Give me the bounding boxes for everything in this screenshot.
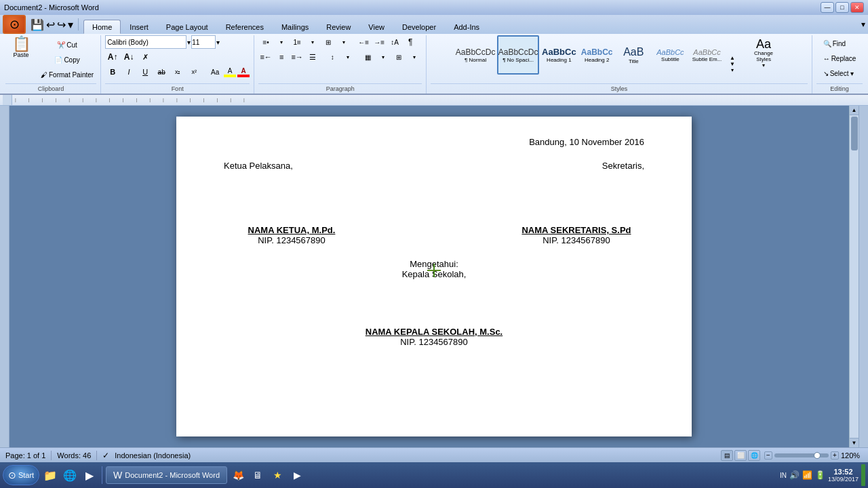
save-qat-button[interactable]: 💾 bbox=[31, 18, 44, 31]
tab-developer[interactable]: Developer bbox=[393, 20, 445, 34]
zoom-slider-thumb[interactable] bbox=[814, 452, 821, 459]
show-desktop-button[interactable] bbox=[861, 464, 865, 486]
show-formatting-button[interactable]: ¶ bbox=[403, 35, 418, 49]
office-orb[interactable]: ⊙ bbox=[3, 15, 26, 34]
minimize-button[interactable]: — bbox=[821, 2, 834, 13]
status-sep1 bbox=[51, 451, 52, 460]
left-title: Ketua Pelaksana, bbox=[224, 161, 293, 171]
style-subtle-em[interactable]: AaBbCc Subtle Em... bbox=[689, 35, 725, 75]
multilevel-list-button[interactable]: ⊞ bbox=[321, 35, 336, 49]
font-size-dropdown[interactable]: ▾ bbox=[216, 39, 220, 46]
taskbar-icon1[interactable]: 🦊 bbox=[229, 466, 247, 484]
tab-addins[interactable]: Add-Ins bbox=[445, 20, 488, 34]
style-heading2[interactable]: AaBbCc Heading 2 bbox=[579, 35, 615, 75]
borders-button[interactable]: ⊞ bbox=[391, 50, 406, 64]
tab-mailings[interactable]: Mailings bbox=[273, 20, 317, 34]
borders-dropdown[interactable]: ▾ bbox=[407, 50, 422, 64]
taskbar-icon2[interactable]: 🖥 bbox=[249, 466, 267, 484]
tab-insert[interactable]: Insert bbox=[121, 20, 157, 34]
replace-button[interactable]: ↔ Replace bbox=[821, 52, 859, 65]
cut-button[interactable]: ✂️ Cut bbox=[38, 38, 96, 52]
italic-button[interactable]: I bbox=[121, 65, 136, 79]
line-spacing-button[interactable]: ↕ bbox=[325, 50, 340, 64]
ribbon-toggle-button[interactable]: ▾ bbox=[861, 20, 865, 29]
tab-view[interactable]: View bbox=[359, 20, 393, 34]
tab-references[interactable]: References bbox=[217, 20, 273, 34]
underline-button[interactable]: U bbox=[138, 65, 153, 79]
change-styles-button[interactable]: Aa Change Styles ▾ bbox=[743, 35, 784, 70]
change-styles-dropdown[interactable]: ▾ bbox=[762, 62, 765, 68]
taskbar-folder-icon[interactable]: 📁 bbox=[41, 466, 59, 484]
align-right-button[interactable]: ≡→ bbox=[290, 50, 304, 64]
style-heading1[interactable]: AaBbCc Heading 1 bbox=[540, 35, 578, 75]
shading-button[interactable]: ▦ bbox=[360, 50, 375, 64]
change-case-button[interactable]: Aa bbox=[208, 65, 222, 79]
undo-qat-button[interactable]: ↩ bbox=[46, 18, 55, 31]
tab-review[interactable]: Review bbox=[317, 20, 359, 34]
font-size-input[interactable] bbox=[191, 35, 216, 49]
shrink-font-button[interactable]: A↓ bbox=[121, 50, 136, 64]
multilevel-dropdown[interactable]: ▾ bbox=[336, 35, 351, 49]
zoom-in-button[interactable]: + bbox=[831, 451, 839, 460]
style-title[interactable]: AaB Title bbox=[616, 35, 652, 75]
zoom-out-button[interactable]: − bbox=[764, 451, 772, 460]
word-taskbar-button[interactable]: W Document2 - Microsoft Word bbox=[106, 466, 227, 484]
scroll-down-button[interactable]: ▼ bbox=[850, 438, 859, 447]
copy-button[interactable]: 📄 Copy bbox=[38, 53, 96, 66]
web-layout-button[interactable]: 🌐 bbox=[748, 450, 760, 461]
taskbar-icon3[interactable]: ★ bbox=[269, 466, 286, 484]
full-screen-button[interactable]: ⬜ bbox=[734, 450, 747, 461]
taskbar-icon4[interactable]: ▶ bbox=[288, 466, 306, 484]
keyboard-lang: IN bbox=[780, 472, 787, 479]
close-button[interactable]: ✕ bbox=[850, 2, 864, 13]
start-button[interactable]: ⊙ Start bbox=[3, 465, 39, 485]
tab-home[interactable]: Home bbox=[83, 20, 121, 34]
align-left-button[interactable]: ≡← bbox=[258, 50, 273, 64]
increase-indent-button[interactable]: →≡ bbox=[372, 35, 387, 49]
style-subtitle[interactable]: AaBbCc Subtitle bbox=[652, 35, 688, 75]
style-no-spacing[interactable]: AaBbCcDc ¶ No Spaci... bbox=[497, 35, 539, 75]
justify-button[interactable]: ☰ bbox=[305, 50, 320, 64]
select-button[interactable]: ↘ Select ▾ bbox=[821, 66, 857, 80]
paste-button[interactable]: 📋 Paste bbox=[5, 35, 37, 60]
taskbar-player-icon[interactable]: ▶ bbox=[81, 466, 98, 484]
tab-page-layout[interactable]: Page Layout bbox=[157, 20, 217, 34]
font-color-button[interactable]: A bbox=[237, 67, 250, 77]
strikethrough-button[interactable]: ab bbox=[154, 65, 169, 79]
format-painter-button[interactable]: 🖌 Format Painter bbox=[38, 68, 96, 81]
decrease-indent-button[interactable]: ←≡ bbox=[356, 35, 371, 49]
maximize-button[interactable]: □ bbox=[835, 2, 849, 13]
numbering-dropdown[interactable]: ▾ bbox=[305, 35, 320, 49]
superscript-button[interactable]: x² bbox=[186, 65, 201, 79]
numbering-button[interactable]: 1≡ bbox=[290, 35, 304, 49]
styles-scroll-up[interactable]: ▲ bbox=[730, 55, 735, 61]
bold-button[interactable]: B bbox=[105, 65, 120, 79]
subscript-button[interactable]: x₂ bbox=[170, 65, 185, 79]
font-name-dropdown[interactable]: ▾ bbox=[187, 39, 191, 46]
style-normal[interactable]: AaBbCcDc ¶ Normal bbox=[454, 35, 496, 75]
font-name-input[interactable] bbox=[105, 35, 186, 49]
clock[interactable]: 13:52 13/09/2017 bbox=[828, 468, 859, 483]
print-layout-button[interactable]: ▤ bbox=[721, 450, 733, 461]
scroll-up-button[interactable]: ▲ bbox=[850, 106, 859, 115]
shading-dropdown[interactable]: ▾ bbox=[376, 50, 391, 64]
styles-scroll-down[interactable]: ▼ bbox=[730, 61, 735, 67]
taskbar-ie-icon[interactable]: 🌐 bbox=[61, 466, 79, 484]
sort-button[interactable]: ↕A bbox=[387, 35, 402, 49]
align-center-button[interactable]: ≡ bbox=[274, 50, 289, 64]
scroll-thumb[interactable] bbox=[851, 117, 858, 150]
bullets-dropdown[interactable]: ▾ bbox=[274, 35, 289, 49]
repeat-qat-button[interactable]: ↪ bbox=[57, 18, 66, 31]
clear-format-button[interactable]: ✗ bbox=[138, 50, 153, 64]
styles-expand[interactable]: ▾ bbox=[731, 67, 734, 73]
find-button[interactable]: 🔍 Find bbox=[821, 37, 848, 50]
grow-font-button[interactable]: A↑ bbox=[105, 50, 120, 64]
zoom-slider[interactable] bbox=[774, 453, 829, 458]
qat-dropdown-button[interactable]: ▾ bbox=[68, 18, 73, 31]
style-more[interactable]: ▲ ▼ ▾ bbox=[726, 35, 739, 75]
style-heading1-preview: AaBbCc bbox=[542, 47, 576, 57]
bullets-button[interactable]: ≡• bbox=[258, 35, 273, 49]
line-spacing-dropdown[interactable]: ▾ bbox=[340, 50, 355, 64]
document-page[interactable]: Bandung, 10 November 2016 Ketua Pelaksan… bbox=[176, 117, 692, 436]
highlight-color-button[interactable]: A bbox=[224, 67, 236, 77]
